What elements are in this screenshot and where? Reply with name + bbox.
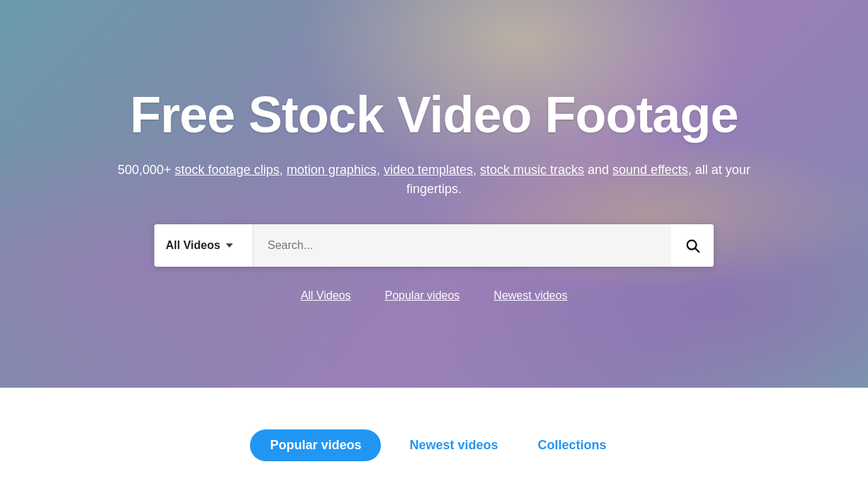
newest-videos-link[interactable]: Newest videos (493, 289, 567, 302)
search-bar: All Videos (154, 224, 714, 267)
bottom-section: Popular videos Newest videos Collections (0, 388, 868, 503)
subtitle-prefix: 500,000+ (118, 163, 175, 177)
subtitle-and: and (588, 163, 612, 177)
hero-subtitle: 500,000+ stock footage clips, motion gra… (115, 161, 753, 199)
sound-effects-link[interactable]: sound effects (612, 163, 688, 177)
all-videos-link[interactable]: All Videos (301, 289, 351, 302)
popular-videos-link[interactable]: Popular videos (384, 289, 459, 302)
stock-footage-link[interactable]: stock footage clips (175, 163, 280, 177)
search-button[interactable] (671, 224, 714, 267)
tab-popular-videos[interactable]: Popular videos (250, 429, 381, 461)
hero-quick-links: All Videos Popular videos Newest videos (301, 289, 568, 302)
svg-line-1 (695, 248, 699, 252)
hero-section: Free Stock Video Footage 500,000+ stock … (0, 0, 868, 388)
tab-collections[interactable]: Collections (527, 429, 618, 461)
hero-content: Free Stock Video Footage 500,000+ stock … (0, 86, 868, 302)
stock-music-link[interactable]: stock music tracks (480, 163, 584, 177)
motion-graphics-link[interactable]: motion graphics (287, 163, 377, 177)
video-templates-link[interactable]: video templates (384, 163, 473, 177)
tab-newest-videos[interactable]: Newest videos (398, 429, 509, 461)
bottom-tabs: Popular videos Newest videos Collections (250, 429, 617, 461)
search-category-label: All Videos (166, 239, 220, 252)
search-icon (685, 238, 700, 253)
hero-title: Free Stock Video Footage (130, 86, 738, 144)
chevron-down-icon (226, 243, 233, 248)
search-input[interactable] (253, 224, 671, 267)
search-category-dropdown[interactable]: All Videos (154, 224, 253, 267)
